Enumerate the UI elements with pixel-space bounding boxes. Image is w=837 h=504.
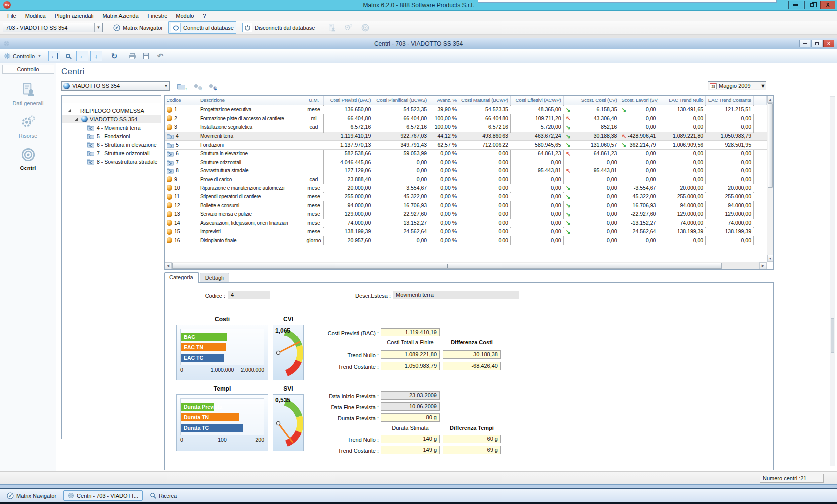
column-header-eac-trend-costante[interactable]: EAC Trend Costante	[706, 96, 754, 105]
table-row[interactable]: 6Struttura in elevazione582.538,6659.053…	[165, 149, 767, 158]
column-header-codice[interactable]: Codice	[165, 96, 198, 105]
tree-item[interactable]: 5 - Fondazioni	[62, 132, 161, 140]
table-row[interactable]: 13Servizio mensa e puliziemese129.000,00…	[165, 210, 767, 219]
dock-panel-button[interactable]: ←	[48, 51, 60, 61]
table-row[interactable]: 1Progettazione esecutivamese136.650,0054…	[165, 105, 767, 114]
nav-down-button[interactable]: ↓	[90, 51, 102, 61]
menu-item-finestre[interactable]: Finestre	[143, 11, 172, 21]
trend-costante-costi-field[interactable]: 1.050.983,79	[381, 362, 440, 370]
menu-item-[interactable]: ?	[198, 11, 210, 21]
scroll-up-icon[interactable]: ▲	[767, 96, 773, 103]
trend-nullo-durata-field[interactable]: 140 g	[381, 435, 440, 443]
table-row[interactable]: 2Formazione piste di accesso al cantiere…	[165, 114, 767, 123]
column-header-descrizione[interactable]: Descrizione	[198, 96, 304, 105]
restore-button[interactable]	[804, 1, 819, 9]
scroll-left-icon[interactable]: ◀	[165, 262, 172, 269]
expand-nodes-button[interactable]: ↓	[191, 82, 201, 90]
descr-estesa-field[interactable]: Movimenti terra	[393, 291, 519, 299]
tree-item[interactable]: 6 - Struttura in elevazione	[62, 140, 161, 149]
period-date-picker[interactable]: 28 Maggio 2009 ▼	[708, 81, 766, 90]
disconnect-database-button[interactable]: Disconnetti dal database	[240, 22, 317, 33]
trend-costante-durata-field[interactable]: 149 g	[381, 446, 440, 454]
centri-tool-icon[interactable]	[359, 22, 372, 33]
table-row[interactable]: 10Riparazione e manutenzione automezzime…	[165, 184, 767, 193]
scrollbar-thumb[interactable]	[831, 318, 834, 353]
collapse-nodes-button[interactable]: ↳	[206, 82, 216, 90]
nav-first-button[interactable]: ←	[76, 51, 88, 61]
minimize-button[interactable]	[788, 1, 803, 9]
project-combo[interactable]: VIADOTTO SS 354 ▼	[61, 81, 170, 91]
matrix-navigator-button[interactable]: Matrix Navigator	[111, 23, 165, 32]
sidebar-item-centri[interactable]: Centri	[0, 147, 56, 171]
inner-close-button[interactable]: X	[823, 40, 834, 47]
durata-prevista-field[interactable]: 80 g	[381, 413, 440, 422]
form-vertical-scrollbar[interactable]	[830, 96, 835, 466]
close-button[interactable]: X	[820, 1, 835, 9]
column-header-costi-pianificati-bcws[interactable]: Costi Pianificati (BCWS)	[373, 96, 429, 105]
codice-field[interactable]: 4	[228, 291, 270, 299]
column-header-eac-trend-nullo[interactable]: EAC Trend Nullo	[658, 96, 706, 105]
trend-nullo-costi-field[interactable]: 1.089.221,80	[381, 350, 440, 359]
tree-root[interactable]: RIEPILOGO COMMESSA	[62, 106, 161, 115]
inner-minimize-button[interactable]	[799, 40, 810, 47]
scroll-down-icon[interactable]: ▼	[767, 255, 773, 262]
project-select[interactable]: 703 - VIADOTTO SS 354 ▼	[3, 23, 103, 32]
open-folder-button[interactable]: ↑	[176, 82, 186, 90]
connect-database-button[interactable]: Connetti al database	[168, 21, 236, 34]
data-fine-field[interactable]: 10.06.2009	[381, 402, 440, 411]
menu-item-file[interactable]: File	[3, 11, 21, 21]
taskbar-item-ricerca[interactable]: Ricerca	[146, 490, 181, 501]
menu-item-plugin-aziendali[interactable]: PlugIn aziendali	[50, 11, 98, 21]
table-vertical-scrollbar[interactable]: ▲ ▼	[767, 96, 773, 262]
table-row[interactable]: 16Disinpianto finalegiorno20.957,600,000…	[165, 236, 767, 245]
sidebar-item-risorse[interactable]: Risorse	[0, 114, 56, 139]
scrollbar-thumb[interactable]	[768, 103, 773, 188]
tab-categoria[interactable]: Categoria	[164, 272, 199, 283]
column-header-costi-maturati-bcwp[interactable]: Costi Maturati (BCWP)	[459, 96, 511, 105]
scrollbar-thumb[interactable]	[172, 263, 722, 269]
taskbar-item-matrix-navigator[interactable]: Matrix Navigator	[3, 490, 60, 501]
tree-item[interactable]: 8 - Sovrastruttura stradale	[62, 157, 161, 166]
trend-nullo-diff-field[interactable]: -30.188,38	[443, 350, 501, 359]
menu-item-modulo[interactable]: Modulo	[171, 11, 198, 21]
sidebar-item-dati-generali[interactable]: Dati generali	[0, 82, 56, 106]
trend-costante-diff-field[interactable]: -68.426,40	[443, 362, 501, 370]
column-header-u-m[interactable]: U.M.	[304, 96, 324, 105]
scroll-right-icon[interactable]: ▶	[759, 262, 767, 269]
tree-item[interactable]: 7 - Strutture orizzontali	[62, 149, 161, 157]
menu-item-modifica[interactable]: Modifica	[21, 11, 50, 21]
taskbar-item-centri-703-viadott[interactable]: Centri - 703 - VIADOTT...	[63, 490, 143, 501]
trend-nullo-dtempi-field[interactable]: 60 g	[443, 435, 501, 443]
table-row[interactable]: 7Strutture orizzontali4.046.445,860,000,…	[165, 158, 767, 167]
tab-dettagli[interactable]: Dettagli	[200, 273, 229, 283]
undo-button[interactable]: ↶	[154, 51, 166, 61]
tree-item[interactable]: 4 - Movimenti terra	[62, 123, 161, 132]
table-row[interactable]: 8Sovrastruttura stradale127.129,060,000,…	[165, 167, 767, 175]
dati-generali-tool-icon[interactable]	[325, 22, 338, 33]
column-header-avanz[interactable]: Avanz. %	[429, 96, 459, 105]
column-header-costi-effettivi-acwp[interactable]: Costi Effettivi (ACWP)	[511, 96, 564, 105]
inner-maximize-button[interactable]	[811, 40, 822, 47]
table-row[interactable]: 12Bollette e consumimese94.000,0016.706,…	[165, 201, 767, 210]
save-button[interactable]	[140, 51, 152, 61]
table-row[interactable]: 15Imprevistimese138.199,3924.562,640,00 …	[165, 227, 767, 236]
table-row[interactable]: 11Stipendi operatori di cantieremese255.…	[165, 192, 767, 201]
print-button[interactable]	[126, 51, 138, 61]
search-button[interactable]	[62, 51, 74, 61]
table-row[interactable]: 3Installazione segnaleticacad6.572,166.5…	[165, 123, 767, 132]
risorse-tool-icon[interactable]	[342, 22, 355, 33]
refresh-button[interactable]: ↻	[108, 51, 120, 61]
table-row[interactable]: 5Fondazioni1.137.970,13349.791,4362,57 %…	[165, 140, 767, 149]
table-row[interactable]: 9Prove di caricocad23.888,400,000,00 %0,…	[165, 175, 767, 184]
table-row[interactable]: 14Assicurazioni, fidejussioni, oneri fin…	[165, 219, 767, 228]
data-inizio-field[interactable]: 23.03.2009	[381, 391, 440, 400]
column-header-scost-lavori-sv[interactable]: Scost. Lavori (SV)	[619, 96, 658, 105]
table-row[interactable]: 4Movimenti terra1.119.410,19922.767,0344…	[165, 132, 767, 141]
menu-item-matrix-azienda[interactable]: Matrix Azienda	[98, 11, 143, 21]
column-header-costi-previsti-bac[interactable]: Costi Previsti (BAC)	[324, 96, 373, 105]
column-header-scost-costi-cv[interactable]: Scost. Costi (CV)	[564, 96, 620, 105]
tree-node-project[interactable]: VIADOTTO SS 354	[62, 115, 161, 123]
trend-costante-dtempi-field[interactable]: 69 g	[443, 446, 501, 454]
costi-previsti-field[interactable]: 1.119.410,19	[381, 328, 440, 336]
table-horizontal-scrollbar[interactable]: ◀ ▶	[165, 262, 767, 269]
